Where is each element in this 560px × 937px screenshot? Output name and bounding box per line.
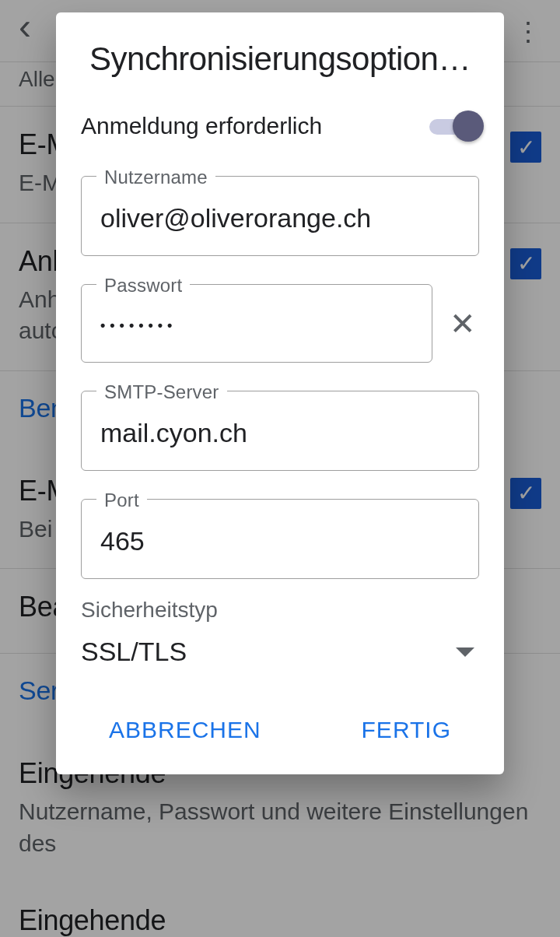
port-field[interactable]: Port 465	[81, 499, 479, 579]
username-field[interactable]: Nutzername oliver@oliverorange.ch	[81, 176, 479, 256]
sync-options-dialog: Synchronisierungsoption… Anmeldung erfor…	[56, 12, 504, 774]
login-required-row: Anmeldung erforderlich	[81, 111, 479, 142]
clear-password-icon[interactable]: ✕	[446, 306, 479, 342]
login-required-label: Anmeldung erforderlich	[81, 113, 322, 139]
username-label: Nutzername	[96, 167, 215, 188]
security-type-dropdown[interactable]: SSL/TLS	[81, 637, 479, 673]
done-button[interactable]: FERTIG	[362, 717, 451, 743]
dialog-title: Synchronisierungsoption…	[81, 40, 479, 78]
security-type-label: Sicherheitstyp	[81, 598, 479, 623]
switch-thumb	[453, 111, 484, 142]
cancel-button[interactable]: ABBRECHEN	[109, 717, 261, 743]
dialog-actions: ABBRECHEN FERTIG	[81, 707, 479, 753]
security-type-value: SSL/TLS	[81, 637, 187, 667]
dropdown-arrow-icon	[456, 647, 474, 657]
smtp-field[interactable]: SMTP-Server mail.cyon.ch	[81, 391, 479, 471]
login-required-toggle[interactable]	[429, 111, 479, 142]
smtp-label: SMTP-Server	[96, 381, 227, 403]
port-label: Port	[96, 490, 147, 511]
password-field[interactable]: Passwort ••••••••	[81, 284, 432, 363]
password-label: Passwort	[96, 275, 190, 297]
